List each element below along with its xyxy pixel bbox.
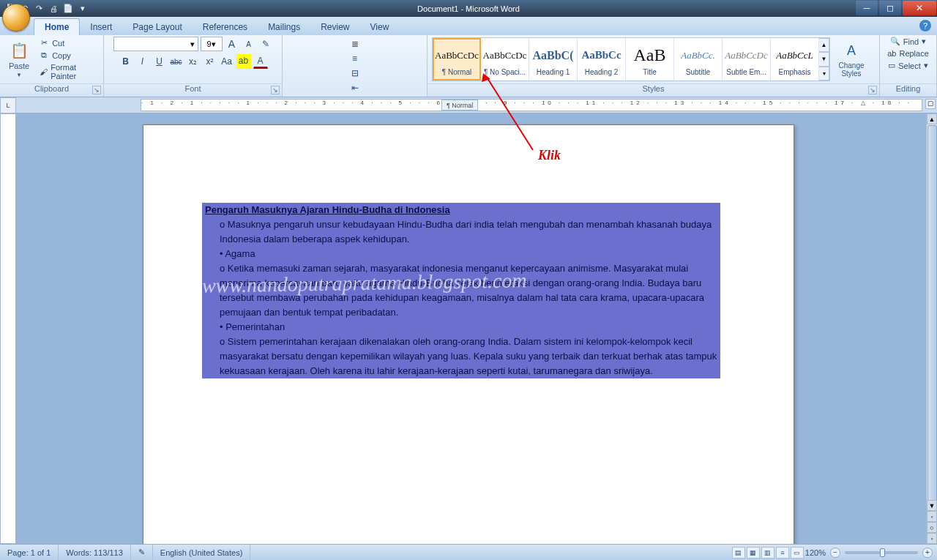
italic-button[interactable]: I	[135, 54, 150, 69]
browse-object-button[interactable]: ○	[927, 522, 937, 533]
scroll-thumb[interactable]	[927, 125, 937, 506]
style-item-6[interactable]: AaBbCcDcSubtle Em...	[723, 38, 771, 81]
style-preview: AaBbCcL	[776, 43, 813, 68]
style-item-3[interactable]: AaBbCcHeading 2	[578, 38, 626, 81]
cut-button[interactable]: ✂Cut	[37, 37, 99, 48]
select-button[interactable]: ▭Select ▾	[888, 61, 928, 70]
tab-insert[interactable]: Insert	[80, 19, 122, 35]
tab-page-layout[interactable]: Page Layout	[122, 19, 192, 35]
shrink-font-button[interactable]: A	[242, 37, 256, 51]
multilevel-button[interactable]: ⊟	[348, 66, 362, 81]
vertical-ruler[interactable]	[0, 113, 16, 544]
style-item-4[interactable]: AaBTitle	[626, 38, 674, 81]
bold-button[interactable]: B	[119, 54, 133, 69]
bullets-button[interactable]: ≣	[348, 37, 362, 51]
print-icon[interactable]: 🖨	[48, 4, 59, 14]
status-proof[interactable]: ✎	[131, 545, 153, 560]
view-print-layout[interactable]: ▤	[732, 547, 745, 559]
grow-font-button[interactable]: A	[225, 37, 239, 51]
document-page[interactable]: Pengaruh Masuknya Ajaran Hindu-Budha di …	[143, 124, 794, 544]
status-words[interactable]: Words: 113/113	[59, 545, 130, 560]
doc-bullet-1: Agama	[202, 247, 720, 261]
highlight-button[interactable]: ab	[236, 54, 251, 69]
style-preview: AaB	[634, 43, 666, 68]
font-group-label: Font↘	[104, 83, 282, 97]
proof-icon: ✎	[138, 548, 145, 557]
replace-button[interactable]: abReplace	[887, 49, 929, 58]
maximize-button[interactable]: ◻	[879, 1, 901, 15]
prev-page-button[interactable]: ◦	[927, 511, 937, 522]
tab-review[interactable]: Review	[310, 19, 359, 35]
ruler-toggle-button[interactable]: ▢	[925, 99, 936, 109]
tab-selector[interactable]: L	[0, 97, 16, 113]
tab-home[interactable]: Home	[34, 18, 80, 35]
style-name: ¶ Normal	[435, 68, 479, 76]
strike-button[interactable]: abc	[169, 54, 184, 69]
tab-references[interactable]: References	[193, 19, 258, 35]
zoom-out-button[interactable]: −	[830, 548, 840, 558]
style-item-5[interactable]: AaBbCc.Subtitle	[674, 38, 723, 81]
minimize-button[interactable]: ─	[856, 1, 878, 15]
styles-gallery: AaBbCcDc¶ NormalAaBbCcDc¶ No Spaci...AaB…	[432, 37, 830, 81]
status-language[interactable]: English (United States)	[153, 545, 251, 560]
font-color-button[interactable]: A	[253, 54, 268, 69]
office-button[interactable]	[2, 4, 30, 31]
clipboard-group-label: Clipboard↘	[0, 83, 103, 97]
find-icon: 🔍	[890, 37, 900, 46]
new-icon[interactable]: 📄	[63, 4, 73, 14]
underline-button[interactable]: U	[152, 54, 167, 69]
view-web-layout[interactable]: ▥	[761, 547, 774, 559]
subscript-button[interactable]: x₂	[186, 54, 201, 69]
find-button[interactable]: 🔍Find ▾	[890, 37, 926, 46]
tab-mailings[interactable]: Mailings	[258, 19, 310, 35]
numbering-button[interactable]: ≡	[348, 51, 362, 66]
zoom-in-button[interactable]: +	[922, 548, 933, 558]
clipboard-dialog-launcher[interactable]: ↘	[92, 86, 101, 94]
style-item-7[interactable]: AaBbCcLEmphasis	[771, 38, 819, 81]
font-size-combo[interactable]: 9 ▾	[201, 37, 223, 51]
style-preview: AaBbCcDc	[435, 43, 479, 68]
status-page[interactable]: Page: 1 of 1	[0, 545, 59, 560]
help-button[interactable]: ?	[919, 20, 931, 31]
horizontal-ruler[interactable]: · 1 · 2 · 1 · · · · · 1 · · · 2 · · · 3 …	[141, 99, 922, 111]
selected-text-block[interactable]: Pengaruh Masuknya Ajaran Hindu-Budha di …	[202, 203, 720, 378]
format-painter-button[interactable]: 🖌Format Painter	[37, 62, 99, 81]
paste-icon: 📋	[10, 41, 29, 60]
title-bar: 💾 ↶ ↷ 🖨 📄 ▾ Document1 - Microsoft Word ─…	[0, 0, 937, 17]
clear-format-button[interactable]: ✎	[258, 37, 273, 51]
font-name-combo[interactable]: ▾	[113, 37, 198, 51]
decrease-indent-button[interactable]: ⇤	[348, 81, 362, 95]
gallery-up[interactable]: ▲	[819, 38, 829, 52]
view-draft[interactable]: ▭	[791, 547, 804, 559]
vertical-scrollbar[interactable]: ▲ ▼ ◦ ○ ◦	[926, 113, 937, 544]
font-dialog-launcher[interactable]: ↘	[271, 86, 280, 94]
scroll-up-button[interactable]: ▲	[927, 113, 937, 124]
style-name: Emphasis	[773, 68, 817, 76]
tab-view[interactable]: View	[360, 19, 400, 35]
zoom-slider-thumb[interactable]	[880, 548, 885, 557]
gallery-down[interactable]: ▼	[819, 52, 829, 66]
next-page-button[interactable]: ◦	[927, 533, 937, 544]
style-item-2[interactable]: AaBbC(Heading 1	[529, 38, 578, 81]
doc-bullet-2: Pemerintahan	[202, 320, 720, 335]
style-preview: AaBbCc.	[681, 43, 715, 68]
scroll-down-button[interactable]: ▼	[927, 500, 937, 511]
zoom-level[interactable]: 120%	[805, 548, 826, 557]
qat-more-icon[interactable]: ▾	[78, 4, 88, 14]
style-item-0[interactable]: AaBbCcDc¶ Normal	[433, 38, 481, 81]
select-icon: ▭	[888, 61, 895, 70]
change-case-button[interactable]: Aa	[220, 54, 234, 69]
redo-icon[interactable]: ↷	[34, 4, 44, 14]
superscript-button[interactable]: x²	[203, 54, 217, 69]
close-button[interactable]: ✕	[903, 1, 936, 15]
view-outline[interactable]: ≡	[776, 547, 789, 559]
style-name: Heading 2	[580, 68, 624, 76]
styles-dialog-launcher[interactable]: ↘	[868, 86, 877, 94]
style-item-1[interactable]: AaBbCcDc¶ No Spaci...	[481, 38, 529, 81]
paste-button[interactable]: 📋 Paste ▼	[4, 40, 34, 80]
zoom-slider[interactable]	[845, 551, 918, 554]
gallery-more[interactable]: ▾	[819, 67, 829, 81]
change-styles-button[interactable]: A Change Styles	[833, 40, 870, 79]
copy-button[interactable]: ⧉Copy	[37, 50, 99, 61]
view-full-screen[interactable]: ▦	[747, 547, 760, 559]
